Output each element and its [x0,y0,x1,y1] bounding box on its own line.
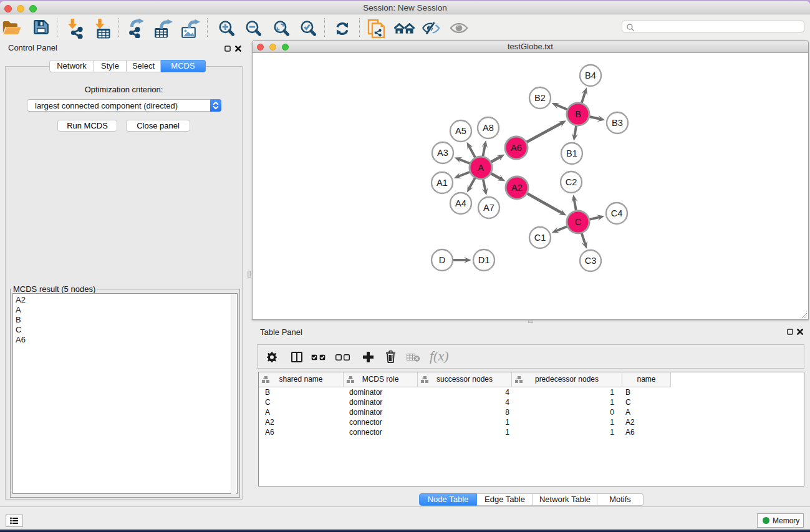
svg-text:A: A [478,163,484,173]
svg-text:A4: A4 [455,198,466,208]
svg-text:A3: A3 [437,148,448,158]
svg-text:B3: B3 [612,118,623,128]
svg-text:C3: C3 [585,256,597,266]
svg-text:C4: C4 [611,208,623,218]
svg-text:B2: B2 [534,93,546,103]
svg-text:A1: A1 [436,178,448,188]
svg-text:A5: A5 [455,126,466,136]
svg-text:B4: B4 [585,70,596,80]
svg-text:A7: A7 [483,203,494,213]
svg-text:A2: A2 [511,183,523,193]
svg-text:C: C [575,217,582,227]
svg-text:B: B [575,109,581,119]
svg-text:A6: A6 [511,143,522,153]
svg-text:D1: D1 [478,255,490,265]
svg-text:C2: C2 [566,177,577,187]
svg-text:B1: B1 [566,148,577,158]
svg-text:D: D [439,255,446,265]
svg-text:A8: A8 [483,123,494,133]
svg-text:C1: C1 [534,233,546,243]
